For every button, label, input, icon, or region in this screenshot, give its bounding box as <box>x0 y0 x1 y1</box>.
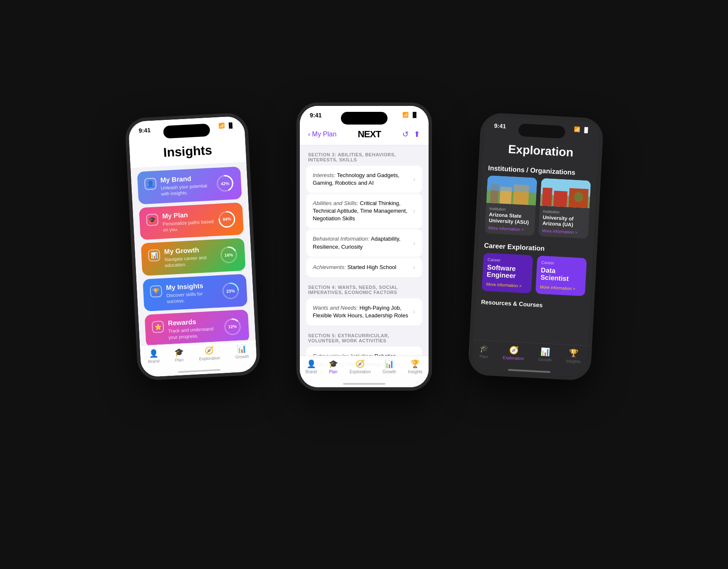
back-chevron-icon: ‹ <box>308 130 310 138</box>
ua-link[interactable]: More information > <box>542 228 584 235</box>
svg-rect-18 <box>542 187 552 206</box>
dynamic-island-left <box>163 123 210 139</box>
software-career-title: Software Engineer <box>486 263 528 280</box>
ua-image <box>540 178 591 208</box>
nav-exploration-label-right: Exploration <box>502 355 524 361</box>
plan-content: SECTION 3: ABILITIES, BEHAVIORS, INTERES… <box>300 145 429 372</box>
data-career-label: Career <box>541 260 582 266</box>
interests-text: Interests: Technology and Gadgets, Gamin… <box>313 172 410 187</box>
interests-item[interactable]: Interests: Technology and Gadgets, Gamin… <box>306 166 422 193</box>
brand-progress: 42% <box>215 173 235 193</box>
abilities-item[interactable]: Abilities and Skills: Critical Thinking,… <box>306 194 422 229</box>
phone-plan-screen: 9:41 📶 ▐▌ ‹ My Plan NEXT ↺ ⬆ <box>300 106 429 387</box>
plan-card-icon: 🎓 <box>146 213 158 225</box>
brand-percent: 42% <box>215 173 235 193</box>
rewards-card-left: ⭐ Rewards Track and understand your prog… <box>152 316 224 341</box>
nav-exploration-center[interactable]: 🧭 Exploration <box>349 359 371 374</box>
share-icon[interactable]: ⬆ <box>414 130 420 139</box>
rewards-progress: 12% <box>222 316 242 336</box>
rewards-card-text: Rewards Track and understand your progre… <box>167 316 223 340</box>
data-scientist-card[interactable]: Career Data Scientist More information > <box>535 255 587 296</box>
growth-card-left: 📊 My Growth Navigate career and educatio… <box>148 245 220 269</box>
nav-growth-center[interactable]: 📊 Growth <box>382 359 396 374</box>
brand-card[interactable]: 👤 My Brand Unleash your potential with i… <box>137 166 242 204</box>
insights-item-card[interactable]: 🏆 My Insights Discover skills for succes… <box>142 274 247 311</box>
plan-card-text: My Plan Personalize paths based on you. <box>162 209 218 233</box>
insights-item-card-icon: 🏆 <box>149 285 162 297</box>
svg-rect-15 <box>487 175 537 192</box>
plan-back-button[interactable]: ‹ My Plan <box>308 130 337 138</box>
status-icons-left: 📶 ▐▌ <box>218 122 234 129</box>
home-indicator-center <box>343 383 385 385</box>
wants-chevron: › <box>413 308 415 316</box>
battery-icon-right: ▐▌ <box>582 127 590 133</box>
plan-header-actions: ↺ ⬆ <box>402 130 420 139</box>
status-time-center: 9:41 <box>310 112 322 119</box>
phone-plan: 9:41 📶 ▐▌ ‹ My Plan NEXT ↺ ⬆ <box>296 103 432 391</box>
plan-card-subtitle: Personalize paths based on you. <box>162 218 218 233</box>
nav-growth-left[interactable]: 📊 Growth <box>235 344 249 359</box>
data-career-title: Data Scientist <box>540 266 582 283</box>
nav-brand-center[interactable]: 👤 Brand <box>305 359 317 374</box>
wifi-icon-center: 📶 <box>402 112 409 118</box>
nav-exploration-label-center: Exploration <box>349 369 371 374</box>
nav-brand-label-center: Brand <box>305 369 317 374</box>
exploration-title: Exploration <box>491 142 590 160</box>
nav-brand-icon-left: 👤 <box>148 348 158 358</box>
nav-plan-right[interactable]: 🎓 Plan <box>479 344 489 359</box>
brand-card-icon: 👤 <box>144 178 156 190</box>
wants-item[interactable]: Wants and Needs: High-Paying Job, Flexib… <box>306 298 422 325</box>
careers-row: Career Software Engineer More informatio… <box>482 253 587 296</box>
plan-card[interactable]: 🎓 My Plan Personalize paths based on you… <box>139 202 244 240</box>
ua-card[interactable]: Institution University of Arizona (UA) M… <box>538 178 591 239</box>
nav-growth-label-left: Growth <box>235 354 249 359</box>
refresh-icon[interactable]: ↺ <box>402 130 409 139</box>
nav-brand-icon-center: 👤 <box>307 359 316 369</box>
insights-title: Insights <box>138 142 237 161</box>
dynamic-island-right <box>518 123 565 139</box>
back-label: My Plan <box>312 130 337 138</box>
nav-plan-label-left: Plan <box>174 357 183 362</box>
battery-icon-left: ▐▌ <box>227 122 234 128</box>
software-career-link[interactable]: More information > <box>486 281 527 288</box>
plan-app-title: NEXT <box>358 129 381 140</box>
nav-insights-right[interactable]: 🏆 Insights <box>566 348 581 364</box>
nav-brand-label-left: Brand <box>148 358 159 364</box>
data-career-link[interactable]: More information > <box>540 284 581 291</box>
nav-brand-left[interactable]: 👤 Brand <box>147 348 159 364</box>
achievements-item[interactable]: Achievments: Started High School › <box>306 258 422 277</box>
nav-insights-center[interactable]: 🏆 Insights <box>408 359 422 374</box>
insights-item-card-text: My Insights Discover skills for success. <box>166 281 221 304</box>
status-time-right: 9:41 <box>494 122 506 129</box>
resources-title: Resources & Courses <box>481 296 584 312</box>
nav-exploration-right[interactable]: 🧭 Exploration <box>502 345 524 361</box>
nav-plan-center[interactable]: 🎓 Plan <box>329 359 338 374</box>
behavioral-item[interactable]: Behavioral Information: Adaptability, Re… <box>306 229 422 256</box>
nav-plan-label-center: Plan <box>329 369 338 374</box>
wifi-icon-right: 📶 <box>574 126 581 133</box>
nav-plan-left[interactable]: 🎓 Plan <box>174 347 184 362</box>
bottom-nav-right: 🎓 Plan 🧭 Exploration 📊 Growth 🏆 Insights <box>471 339 589 377</box>
nav-exploration-left[interactable]: 🧭 Exploration <box>198 345 220 361</box>
nav-plan-icon-right: 🎓 <box>479 344 489 353</box>
institutions-row: Institution Arizona State University (AS… <box>484 175 591 238</box>
growth-card-text: My Growth Navigate career and education. <box>164 245 220 268</box>
behavioral-label: Behavioral Information: <box>313 236 371 242</box>
nav-growth-right[interactable]: 📊 Growth <box>538 347 552 362</box>
asu-card[interactable]: Institution Arizona State University (AS… <box>484 175 537 236</box>
nav-exploration-label-left: Exploration <box>199 355 220 361</box>
growth-percent: 16% <box>219 245 238 264</box>
brand-card-subtitle: Unleash your potential with insights. <box>161 182 216 197</box>
growth-card[interactable]: 📊 My Growth Navigate career and educatio… <box>141 238 246 275</box>
asu-info: Institution Arizona State University (AS… <box>484 203 536 236</box>
nav-insights-label-center: Insights <box>408 369 422 374</box>
asu-link[interactable]: More information > <box>488 225 531 232</box>
phone-exploration-screen: 9:41 📶 ▐▌ Exploration Institutions / Org… <box>471 116 600 377</box>
nav-exploration-icon-left: 🧭 <box>204 345 214 355</box>
home-indicator-right <box>508 369 550 372</box>
abilities-text: Abilities and Skills: Critical Thinking,… <box>313 200 410 223</box>
rewards-card-icon: ⭐ <box>152 321 164 333</box>
scene: 9:41 📶 ▐▌ Insights 👤 My Brand Unle <box>131 94 597 475</box>
plan-percent: 84% <box>217 209 236 229</box>
software-engineer-card[interactable]: Career Software Engineer More informatio… <box>482 253 533 293</box>
